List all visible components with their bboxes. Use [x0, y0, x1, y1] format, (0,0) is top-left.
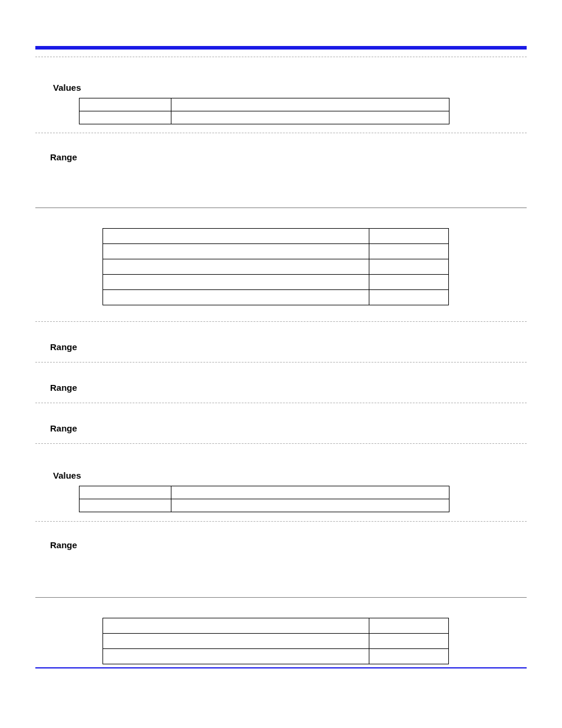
table-row: [80, 98, 449, 111]
dash-divider: [35, 362, 527, 363]
range-label-5: Range: [50, 540, 77, 550]
table-row: [80, 499, 449, 512]
table-cell: [369, 259, 449, 275]
dash-divider: [35, 133, 527, 133]
table-row: [103, 244, 449, 259]
table-cell: [103, 259, 369, 275]
range-table-1: [103, 228, 449, 305]
range-label-4: Range: [50, 423, 77, 433]
values-table-2: [79, 486, 449, 512]
table-cell: [103, 229, 369, 244]
dash-divider: [35, 443, 527, 444]
values-label-1: Values: [53, 83, 81, 93]
table-cell: [369, 275, 449, 290]
table-cell: [103, 275, 369, 290]
table-cell: [171, 486, 449, 499]
top-rule: [35, 46, 527, 50]
range-label-3: Range: [50, 383, 77, 393]
values-table-1: [79, 98, 449, 124]
table-row: [103, 275, 449, 290]
table-row: [103, 649, 449, 664]
table-cell: [171, 98, 449, 111]
dash-divider: [35, 521, 527, 522]
dash-divider: [35, 57, 527, 57]
table-cell: [369, 229, 449, 244]
document-page: Values Range: [0, 0, 562, 728]
table-cell: [369, 618, 449, 634]
bottom-rule: [35, 667, 527, 668]
table-cell: [369, 634, 449, 649]
table-cell: [103, 634, 369, 649]
table-cell: [80, 98, 171, 111]
solid-divider: [35, 207, 527, 208]
table-row: [103, 229, 449, 244]
table-cell: [369, 290, 449, 305]
table-row: [103, 290, 449, 305]
table-row: [80, 486, 449, 499]
range-table-2: [103, 618, 449, 664]
table-cell: [369, 649, 449, 664]
table-cell: [103, 649, 369, 664]
table-cell: [171, 499, 449, 512]
dash-divider: [35, 321, 527, 322]
table-row: [103, 618, 449, 634]
table-row: [80, 111, 449, 124]
values-label-2: Values: [53, 470, 81, 480]
solid-divider: [35, 597, 527, 598]
dash-divider: [35, 403, 527, 403]
table-row: [103, 259, 449, 275]
table-row: [103, 634, 449, 649]
range-label-2: Range: [50, 342, 77, 352]
table-cell: [103, 618, 369, 634]
table-cell: [103, 290, 369, 305]
table-cell: [103, 244, 369, 259]
range-label-1: Range: [50, 152, 77, 162]
table-cell: [171, 111, 449, 124]
table-cell: [80, 111, 171, 124]
table-cell: [80, 486, 171, 499]
table-cell: [369, 244, 449, 259]
table-cell: [80, 499, 171, 512]
